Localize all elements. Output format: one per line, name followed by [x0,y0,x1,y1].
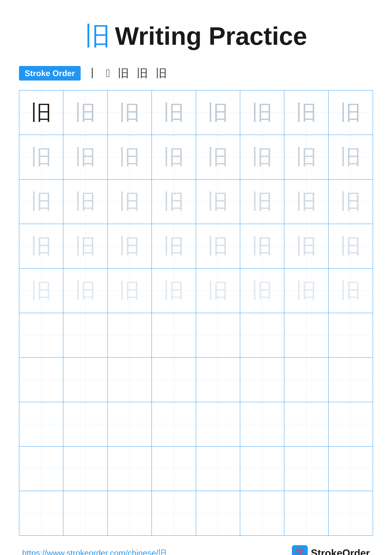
grid-row-3: 旧 旧 旧 旧 旧 旧 旧 旧 [19,180,373,224]
grid-cell-9-2[interactable] [64,447,107,491]
grid-cell-9-5[interactable] [196,447,240,491]
grid-cell-10-4[interactable] [152,491,196,535]
grid-cell-8-8[interactable] [328,402,373,446]
grid-cell-2-8[interactable]: 旧 [328,135,373,179]
grid-cell-1-3[interactable]: 旧 [108,90,152,135]
grid-cell-8-7[interactable] [284,402,328,446]
grid-row-6 [19,313,373,358]
char-fade: 旧 [252,99,272,127]
grid-cell-5-5[interactable]: 旧 [196,269,240,313]
char-fade: 旧 [208,277,228,305]
grid-cell-10-1[interactable] [19,491,64,535]
grid-cell-9-8[interactable] [328,447,373,491]
grid-cell-7-7[interactable] [284,358,328,402]
grid-cell-6-4[interactable] [152,313,196,357]
grid-cell-4-6[interactable]: 旧 [240,224,284,268]
grid-cell-6-8[interactable] [328,313,373,357]
grid-cell-8-5[interactable] [196,402,240,446]
grid-cell-1-6[interactable]: 旧 [240,90,284,135]
grid-cell-5-4[interactable]: 旧 [152,269,196,313]
grid-cell-3-2[interactable]: 旧 [64,180,107,224]
grid-cell-4-4[interactable]: 旧 [152,224,196,268]
grid-row-4: 旧 旧 旧 旧 旧 旧 旧 旧 [19,224,373,269]
grid-cell-6-5[interactable] [196,313,240,357]
title-area: 旧 Writing Practice [19,19,373,53]
grid-cell-4-7[interactable]: 旧 [284,224,328,268]
grid-cell-10-5[interactable] [196,491,240,535]
grid-cell-3-8[interactable]: 旧 [328,180,373,224]
grid-row-1: 旧 旧 旧 旧 旧 旧 旧 旧 [19,90,373,135]
footer-url[interactable]: https://www.strokeorder.com/chinese/旧 [22,548,166,555]
char-fade: 旧 [252,277,272,305]
grid-cell-2-7[interactable]: 旧 [284,135,328,179]
grid-cell-7-3[interactable] [108,358,152,402]
grid-cell-3-7[interactable]: 旧 [284,180,328,224]
grid-cell-4-2[interactable]: 旧 [64,224,107,268]
grid-cell-5-2[interactable]: 旧 [64,269,107,313]
grid-cell-8-3[interactable] [108,402,152,446]
stroke-order-area: Stroke Order 丨 𠃌 旧 旧 旧 [19,66,373,81]
grid-cell-7-1[interactable] [19,358,64,402]
grid-cell-1-4[interactable]: 旧 [152,90,196,135]
grid-cell-1-1[interactable]: 旧 [19,90,64,135]
grid-cell-4-8[interactable]: 旧 [328,224,373,268]
grid-cell-5-3[interactable]: 旧 [108,269,152,313]
brand-icon-char: 字 [295,547,304,555]
grid-cell-9-6[interactable] [240,447,284,491]
grid-cell-1-8[interactable]: 旧 [328,90,373,135]
grid-cell-9-3[interactable] [108,447,152,491]
grid-cell-6-7[interactable] [284,313,328,357]
grid-cell-9-7[interactable] [284,447,328,491]
page: 旧 Writing Practice Stroke Order 丨 𠃌 旧 旧 … [0,0,392,555]
grid-cell-1-7[interactable]: 旧 [284,90,328,135]
grid-cell-8-6[interactable] [240,402,284,446]
char-fade: 旧 [296,143,317,171]
grid-cell-7-5[interactable] [196,358,240,402]
grid-cell-4-3[interactable]: 旧 [108,224,152,268]
char-fade: 旧 [119,232,140,260]
grid-row-9 [19,447,373,491]
grid-cell-9-4[interactable] [152,447,196,491]
char-fade: 旧 [340,232,361,260]
grid-cell-10-8[interactable] [328,491,373,535]
grid-cell-2-3[interactable]: 旧 [108,135,152,179]
grid-cell-8-2[interactable] [64,402,107,446]
grid-cell-7-2[interactable] [64,358,107,402]
grid-cell-3-1[interactable]: 旧 [19,180,64,224]
stroke-step-2: 𠃌 [106,67,110,80]
grid-cell-5-8[interactable]: 旧 [328,269,373,313]
grid-cell-2-6[interactable]: 旧 [240,135,284,179]
grid-cell-8-1[interactable] [19,402,64,446]
grid-cell-9-1[interactable] [19,447,64,491]
grid-cell-6-2[interactable] [64,313,107,357]
grid-cell-1-2[interactable]: 旧 [64,90,107,135]
grid-cell-6-3[interactable] [108,313,152,357]
stroke-order-badge: Stroke Order [19,66,81,80]
grid-cell-10-3[interactable] [108,491,152,535]
grid-row-7 [19,358,373,402]
grid-cell-3-5[interactable]: 旧 [196,180,240,224]
brand-name: StrokeOrder [311,547,370,555]
grid-cell-8-4[interactable] [152,402,196,446]
grid-cell-10-2[interactable] [64,491,107,535]
grid-cell-7-6[interactable] [240,358,284,402]
grid-cell-6-6[interactable] [240,313,284,357]
grid-cell-1-5[interactable]: 旧 [196,90,240,135]
grid-cell-4-1[interactable]: 旧 [19,224,64,268]
grid-cell-2-1[interactable]: 旧 [19,135,64,179]
grid-cell-10-6[interactable] [240,491,284,535]
grid-cell-7-4[interactable] [152,358,196,402]
grid-cell-5-7[interactable]: 旧 [284,269,328,313]
grid-cell-2-2[interactable]: 旧 [64,135,107,179]
grid-cell-7-8[interactable] [328,358,373,402]
grid-cell-5-1[interactable]: 旧 [19,269,64,313]
grid-cell-3-6[interactable]: 旧 [240,180,284,224]
grid-cell-5-6[interactable]: 旧 [240,269,284,313]
grid-cell-2-4[interactable]: 旧 [152,135,196,179]
grid-cell-3-3[interactable]: 旧 [108,180,152,224]
grid-cell-6-1[interactable] [19,313,64,357]
grid-cell-3-4[interactable]: 旧 [152,180,196,224]
grid-cell-10-7[interactable] [284,491,328,535]
grid-cell-2-5[interactable]: 旧 [196,135,240,179]
grid-cell-4-5[interactable]: 旧 [196,224,240,268]
